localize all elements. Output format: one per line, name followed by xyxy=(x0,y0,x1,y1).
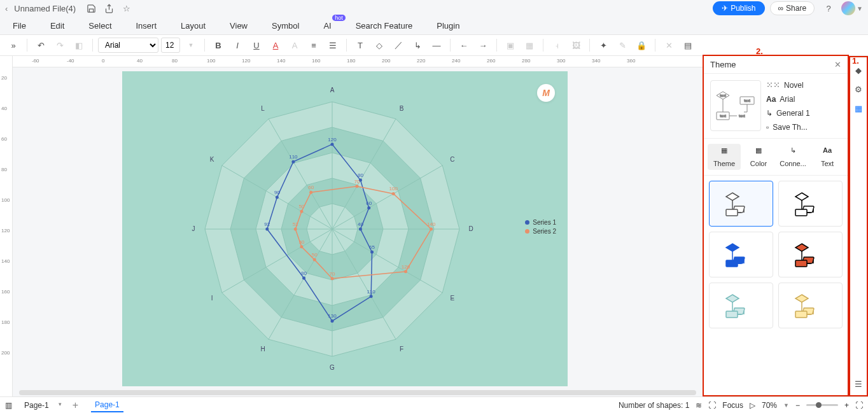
align-objects-icon[interactable]: ⫞ xyxy=(549,37,565,53)
svg-text:130: 130 xyxy=(328,313,337,319)
line-color-icon[interactable]: ／ xyxy=(390,37,407,53)
ai-sparkle-icon[interactable]: ✦ xyxy=(595,37,612,53)
zoom-slider[interactable] xyxy=(806,404,838,406)
svg-rect-88 xyxy=(795,260,807,267)
fit-icon[interactable]: ⛶ xyxy=(708,401,716,410)
format-painter-icon[interactable]: ◧ xyxy=(71,37,87,53)
share-button[interactable]: ∞ Share xyxy=(770,1,815,15)
fill-icon[interactable]: ◇ xyxy=(371,37,388,53)
theme-tab-connector[interactable]: ↳Conne... xyxy=(776,144,809,170)
theme-tab-color[interactable]: ▩Color xyxy=(742,144,775,170)
theme-swatch-3[interactable] xyxy=(778,232,843,277)
canvas[interactable]: ABCDEFGHIJKL1208060406511013080929011070… xyxy=(13,67,703,396)
arrow-start-icon[interactable]: ← xyxy=(456,37,472,53)
presentation-icon[interactable]: ▷ xyxy=(750,401,755,410)
apps-grid-icon[interactable]: ▦ xyxy=(852,102,865,115)
edit-icon[interactable]: ✎ xyxy=(614,37,631,53)
svg-point-45 xyxy=(302,276,305,279)
layers-icon[interactable]: ≋ xyxy=(696,401,702,410)
menu-symbol[interactable]: Symbol xyxy=(272,21,299,31)
settings-icon[interactable]: ⚙ xyxy=(852,83,865,95)
connector-type-icon[interactable]: ↳ xyxy=(409,37,426,53)
font-aa-icon: Aa xyxy=(766,95,776,104)
zoom-caret-icon[interactable]: ▼ xyxy=(783,402,789,409)
text-color-icon[interactable]: A xyxy=(267,37,284,53)
more-settings-icon[interactable]: ☰ xyxy=(852,377,865,390)
align-icon[interactable]: ≡ xyxy=(305,37,322,53)
palette-icon: ⁙⁙ xyxy=(766,80,780,90)
svg-text:65: 65 xyxy=(369,244,375,250)
theme-prop-font[interactable]: AaArial xyxy=(766,95,841,104)
zoom-value[interactable]: 70% xyxy=(762,401,777,410)
theme-swatch-0[interactable] xyxy=(709,181,773,227)
page-dropdown[interactable]: Page-1 xyxy=(18,399,66,412)
close-icon[interactable]: ✕ xyxy=(834,60,841,69)
zoom-out-icon[interactable]: − xyxy=(795,401,800,410)
svg-point-47 xyxy=(265,228,269,231)
svg-text:110: 110 xyxy=(367,289,375,295)
ungroup-icon[interactable]: ▦ xyxy=(521,37,538,53)
theme-prop-connector[interactable]: ↳General 1 xyxy=(766,109,841,118)
templates-icon[interactable]: ▤ xyxy=(680,37,696,53)
italic-icon[interactable]: I xyxy=(229,37,246,53)
focus-label[interactable]: Focus xyxy=(722,401,743,410)
image-icon[interactable]: 🖼 xyxy=(568,37,584,53)
star-icon[interactable]: ☆ xyxy=(122,3,132,13)
theme-tab-text[interactable]: AaText xyxy=(811,144,844,170)
theme-swatch-5[interactable] xyxy=(778,283,843,328)
menu-file[interactable]: File xyxy=(13,21,26,31)
redo-icon[interactable]: ↷ xyxy=(52,37,68,53)
fontsize-caret-icon[interactable]: ▼ xyxy=(183,37,199,53)
pages-panel-icon[interactable]: ▥ xyxy=(5,401,12,410)
avatar-menu-caret[interactable]: ▼ xyxy=(857,5,863,12)
underline-icon[interactable]: U xyxy=(248,37,265,53)
bold-icon[interactable]: B xyxy=(210,37,227,53)
theme-swatch-1[interactable] xyxy=(778,181,843,227)
menu-plugin[interactable]: Plugin xyxy=(437,21,459,31)
add-page-button[interactable]: + xyxy=(73,400,78,411)
fullscreen-icon[interactable]: ⛶ xyxy=(855,401,863,410)
theme-swatch-2[interactable] xyxy=(709,232,773,277)
file-name[interactable]: Unnamed File(4) xyxy=(14,4,76,13)
lock-icon[interactable]: 🔒 xyxy=(633,37,650,53)
theme-tab-theme[interactable]: ▦Theme xyxy=(708,144,741,170)
line-style-icon[interactable]: — xyxy=(428,37,445,53)
text-tool-icon[interactable]: T xyxy=(352,37,368,53)
export-icon[interactable] xyxy=(104,3,114,13)
menu-insert[interactable]: Insert xyxy=(136,21,157,31)
share-icon: ∞ xyxy=(778,4,784,13)
undo-icon[interactable]: ↶ xyxy=(32,37,49,53)
menu-layout[interactable]: Layout xyxy=(181,21,206,31)
font-select[interactable]: Arial xyxy=(98,38,158,53)
radar-chart[interactable]: ABCDEFGHIJKL1208060406511013080929011070… xyxy=(122,71,568,386)
menu-ai[interactable]: AIhot xyxy=(323,21,331,31)
menu-view[interactable]: View xyxy=(230,21,248,31)
svg-text:100: 100 xyxy=(389,186,398,192)
publish-button[interactable]: ✈ Publish xyxy=(713,1,764,15)
group-icon[interactable]: ▣ xyxy=(502,37,519,53)
theme-swatch-4[interactable] xyxy=(709,283,773,328)
help-icon[interactable]: ? xyxy=(823,3,834,13)
zoom-in-icon[interactable]: + xyxy=(844,401,849,410)
menu-edit[interactable]: Edit xyxy=(50,21,64,31)
theme-prop-novel[interactable]: ⁙⁙Novel xyxy=(766,80,841,90)
text-opacity-icon[interactable]: A xyxy=(286,37,303,53)
menu-select[interactable]: Select xyxy=(88,21,111,31)
menu-search[interactable]: Search Feature xyxy=(356,21,413,31)
avatar[interactable] xyxy=(841,1,855,15)
back-icon[interactable]: ‹ xyxy=(5,4,8,13)
svg-rect-86 xyxy=(726,260,738,267)
style-fill-icon[interactable]: ◆ xyxy=(852,64,865,76)
horizontal-scrollbar[interactable] xyxy=(19,390,696,395)
theme-prop-save[interactable]: ▫Save Th... xyxy=(766,123,841,132)
save-icon[interactable] xyxy=(86,3,96,13)
tools-icon[interactable]: ✕ xyxy=(661,37,677,53)
svg-text:text: text xyxy=(739,114,745,118)
line-height-icon[interactable]: ☰ xyxy=(325,37,341,53)
arrow-end-icon[interactable]: → xyxy=(475,37,491,53)
expand-left-icon[interactable]: » xyxy=(5,37,22,53)
font-size-input[interactable] xyxy=(161,38,180,53)
theme-panel-title: Theme xyxy=(710,60,736,69)
share-label: Share xyxy=(786,4,806,13)
page-tab-active[interactable]: Page-1 xyxy=(91,398,123,412)
